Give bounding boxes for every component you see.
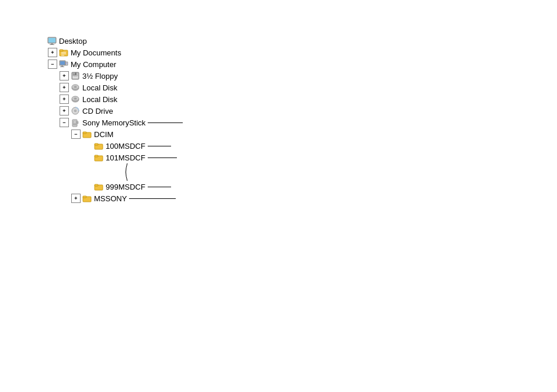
line-decoration — [148, 123, 183, 123]
line-decoration — [148, 146, 171, 146]
tree-item-label: Desktop — [59, 37, 87, 46]
expander-mssony[interactable]: + — [71, 194, 81, 203]
line-decoration — [129, 198, 176, 199]
expander-placeholder — [83, 141, 92, 150]
tree-item-my-documents[interactable]: + My Documents — [47, 47, 557, 58]
tree-item-cd-drive[interactable]: + CD Drive — [58, 105, 557, 117]
tree-item-100msdcf[interactable]: 100MSDCF — [82, 140, 557, 152]
memstick-icon — [70, 117, 81, 128]
tree-item-my-computer[interactable]: − My Computer — [47, 58, 557, 70]
tree-item-label: Sony MemoryStick — [82, 118, 145, 127]
svg-rect-45 — [83, 196, 86, 198]
svg-rect-16 — [73, 72, 76, 75]
expander-cd-drive[interactable]: + — [60, 106, 69, 116]
mycomputer-icon — [58, 59, 69, 69]
file-tree: Desktop + My Documents − — [0, 0, 557, 204]
ellipsis-indicator — [121, 163, 557, 181]
svg-rect-17 — [74, 73, 75, 75]
svg-rect-11 — [61, 65, 63, 66]
expander-sony-memorystick[interactable]: − — [60, 118, 69, 127]
svg-rect-2 — [51, 43, 53, 44]
tree-item-label: My Documents — [71, 48, 121, 57]
folder-icon — [82, 129, 92, 139]
folder-icon — [93, 152, 104, 163]
svg-rect-39 — [95, 144, 98, 145]
svg-rect-41 — [95, 155, 98, 157]
svg-point-23 — [75, 86, 76, 87]
expander-placeholder — [83, 153, 92, 162]
svg-rect-6 — [61, 52, 66, 53]
tree-item-floppy[interactable]: + 3½ Floppy — [58, 70, 557, 82]
tree-item-desktop[interactable]: Desktop — [35, 35, 557, 47]
line-decoration — [148, 158, 177, 158]
expander-dcim[interactable]: − — [71, 130, 81, 139]
desktop-icon — [47, 36, 57, 46]
folder-icon — [93, 141, 104, 151]
tree-item-local-disk-1[interactable]: + Local Disk — [58, 82, 557, 93]
harddisk-icon — [70, 82, 81, 93]
svg-rect-34 — [74, 123, 76, 123]
svg-rect-35 — [77, 121, 78, 124]
svg-point-30 — [75, 110, 76, 111]
tree-item-label: CD Drive — [82, 107, 113, 116]
harddisk-icon-2 — [70, 94, 81, 104]
svg-rect-3 — [50, 44, 54, 45]
svg-rect-5 — [60, 50, 63, 51]
svg-point-27 — [75, 98, 76, 99]
svg-rect-12 — [60, 66, 64, 67]
svg-rect-33 — [74, 121, 76, 122]
tree-item-label: 999MSDCF — [106, 183, 145, 191]
line-decoration — [148, 187, 171, 187]
expander-floppy[interactable]: + — [60, 71, 69, 80]
folder-icon — [93, 181, 104, 192]
tree-item-999msdcf[interactable]: 999MSDCF — [82, 181, 557, 192]
svg-rect-18 — [72, 76, 78, 79]
svg-rect-37 — [83, 132, 86, 134]
expander-local-disk-1[interactable]: + — [60, 83, 69, 92]
expander-my-computer[interactable]: − — [48, 60, 57, 69]
tree-item-label: MSSONY — [94, 194, 127, 203]
svg-rect-7 — [61, 54, 66, 55]
tree-item-101msdcf[interactable]: 101MSDCF — [82, 152, 557, 163]
svg-rect-8 — [61, 55, 64, 56]
tree-item-sony-memorystick[interactable]: − Sony MemoryStick — [58, 117, 557, 128]
expander-my-documents[interactable]: + — [48, 48, 57, 57]
tree-item-mssony[interactable]: + MSSONY — [70, 192, 557, 204]
tree-item-label: 3½ Floppy — [82, 72, 118, 80]
tree-item-label: 101MSDCF — [106, 153, 145, 162]
tree-item-dcim[interactable]: − DCIM — [70, 128, 557, 140]
tree-item-label-2: Local Disk — [82, 95, 117, 104]
svg-rect-19 — [74, 76, 77, 77]
svg-rect-1 — [48, 38, 55, 43]
mydocs-icon — [58, 47, 69, 58]
expander-placeholder — [83, 182, 92, 191]
folder-icon — [82, 193, 92, 204]
svg-rect-10 — [60, 61, 65, 65]
tree-item-label: DCIM — [94, 130, 113, 139]
floppy-icon — [70, 71, 81, 81]
tree-item-local-disk-2[interactable]: + Local Disk — [58, 93, 557, 105]
expander-local-disk-2[interactable]: + — [60, 94, 69, 104]
svg-rect-14 — [66, 63, 67, 64]
expander-placeholder — [36, 36, 46, 46]
tree-item-label: My Computer — [71, 60, 116, 69]
svg-rect-43 — [95, 184, 98, 186]
cddrive-icon — [70, 106, 81, 116]
tree-item-label: 100MSDCF — [106, 142, 145, 150]
tree-item-label: Local Disk — [82, 83, 117, 92]
